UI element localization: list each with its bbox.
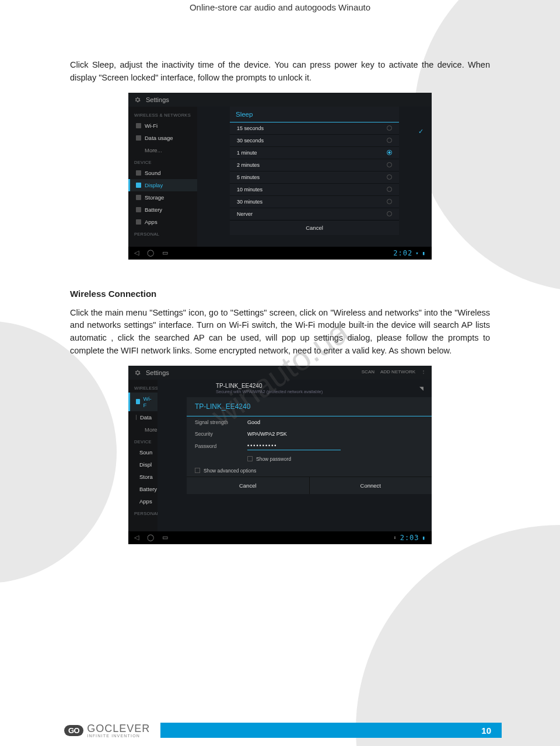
settings-title: Settings: [146, 96, 169, 103]
wifi-network-row[interactable]: TP-LINK_EE4240 Secured with WPA/WPA2 (pr…: [158, 380, 432, 397]
page-footer: GO GOCLEVER INFINITE INVENTION 10: [0, 723, 560, 738]
storage-icon: [136, 195, 141, 200]
status-bar: ⬇ 2:03 ▮: [393, 534, 426, 542]
heading-wireless-connection: Wireless Connection: [70, 289, 490, 299]
sidebar-item-wifi[interactable]: Wi-F: [128, 393, 158, 411]
home-button[interactable]: ◯: [147, 534, 154, 541]
page-number: 10: [481, 726, 491, 736]
sleep-dialog: Sleep 15 seconds30 seconds1 minute2 minu…: [230, 107, 399, 235]
brand-tagline: INFINITE INVENTION: [87, 734, 150, 738]
sleep-option[interactable]: 30 minutes: [230, 196, 399, 208]
status-bar: 2:02 ▾ ▮: [393, 249, 426, 257]
clock: 2:03: [400, 534, 419, 542]
signal-strength-value: Good: [247, 419, 260, 425]
password-label: Password: [195, 443, 247, 449]
show-password-checkbox[interactable]: [247, 456, 253, 461]
sidebar-item-apps[interactable]: Apps: [128, 216, 197, 228]
radio-icon: [387, 138, 392, 143]
radio-icon: [387, 174, 392, 180]
screenshot-sleep-dialog: Settings WIRELESS & NETWORKS Wi-Fi Data …: [128, 93, 432, 260]
sidebar-item-battery[interactable]: Battery: [128, 204, 197, 216]
wifi-connect-dialog: TP-LINK_EE4240 Signal strengthGood Secur…: [187, 397, 432, 494]
sleep-option-label: 30 minutes: [237, 199, 262, 205]
sidebar-section-device: DEVICE: [128, 156, 197, 167]
recent-button[interactable]: ▭: [162, 534, 168, 541]
data-usage-icon: [136, 135, 141, 141]
sleep-option-label: Nerver: [237, 211, 253, 217]
sleep-option[interactable]: 10 minutes: [230, 184, 399, 196]
wifi-status-icon: ▾: [415, 250, 419, 256]
back-button[interactable]: ◁: [134, 249, 139, 257]
display-icon: [136, 183, 141, 188]
clock: 2:02: [393, 249, 412, 257]
settings-titlebar: Settings SCAN ADD NETWORK ⋮: [128, 366, 432, 380]
sound-icon: [136, 170, 141, 176]
password-input[interactable]: ••••••••••: [247, 443, 341, 450]
settings-sidebar: WIRELESS & NETWORKS Wi-Fi Data usage Mor…: [128, 107, 197, 247]
cancel-button[interactable]: Cancel: [187, 477, 310, 494]
settings-sidebar: WIRELESS & NETWORKS Wi-F Data More DEVIC…: [128, 380, 158, 531]
show-password-label: Show password: [256, 456, 291, 462]
sleep-option[interactable]: 15 seconds: [230, 122, 399, 135]
sleep-option-label: 15 seconds: [237, 125, 264, 131]
cancel-button[interactable]: Cancel: [230, 220, 399, 235]
sleep-option[interactable]: 1 minute: [230, 147, 399, 159]
sidebar-item-sound[interactable]: Sound: [128, 167, 197, 179]
battery-icon: [136, 207, 141, 212]
apps-icon: [136, 219, 141, 225]
sleep-option[interactable]: 2 minutes: [230, 159, 399, 171]
settings-icon: [134, 369, 141, 376]
sidebar-section-wireless: WIRELESS & NETWORKS: [128, 382, 158, 393]
sidebar-item-display[interactable]: Display: [128, 179, 197, 191]
screenshot-wifi-dialog: Settings SCAN ADD NETWORK ⋮ WIRELESS & N…: [128, 366, 432, 544]
settings-titlebar: Settings: [128, 93, 432, 107]
wifi-security-text: Secured with WPA/WPA2 (protected network…: [216, 389, 323, 394]
sleep-option-label: 10 minutes: [237, 187, 262, 192]
connect-button[interactable]: Connect: [310, 477, 432, 494]
sleep-option-label: 30 seconds: [237, 138, 264, 143]
sidebar-item-sound[interactable]: Soun: [128, 446, 158, 458]
back-button[interactable]: ◁: [134, 534, 139, 541]
footer-bar: 10: [160, 723, 502, 738]
add-network-button[interactable]: ADD NETWORK: [380, 369, 415, 374]
sidebar-section-device: DEVICE: [128, 436, 158, 446]
sidebar-item-battery[interactable]: Battery: [128, 483, 158, 495]
go-badge: GO: [64, 725, 83, 736]
wifi-ssid: TP-LINK_EE4240: [216, 383, 323, 389]
sidebar-item-display[interactable]: Displ: [128, 458, 158, 471]
settings-title: Settings: [146, 369, 169, 376]
scan-button[interactable]: SCAN: [362, 369, 374, 374]
sleep-option-label: 1 minute: [237, 150, 257, 156]
advanced-options-checkbox[interactable]: [195, 468, 200, 473]
sleep-option[interactable]: Nerver: [230, 208, 399, 220]
sidebar-item-storage[interactable]: Storage: [128, 191, 197, 204]
wifi-signal-icon: ◥: [419, 386, 424, 391]
brand-name: GOCLEVER: [87, 723, 150, 735]
sidebar-item-data-usage[interactable]: Data: [128, 411, 158, 423]
menu-icon[interactable]: ⋮: [421, 369, 426, 374]
wifi-icon: [136, 399, 140, 404]
settings-icon: [134, 96, 141, 103]
wifi-dialog-title: TP-LINK_EE4240: [187, 397, 432, 416]
radio-icon: [387, 211, 392, 216]
sleep-option[interactable]: 5 minutes: [230, 171, 399, 184]
sleep-option-label: 2 minutes: [237, 162, 260, 168]
system-navbar: ◁ ◯ ▭ ⬇ 2:03 ▮: [128, 531, 432, 544]
sidebar-item-more[interactable]: More...: [128, 144, 197, 156]
data-usage-icon: [136, 415, 136, 420]
sidebar-item-storage[interactable]: Stora: [128, 471, 158, 483]
sidebar-item-data-usage[interactable]: Data usage: [128, 132, 197, 144]
sidebar-section-wireless: WIRELESS & NETWORKS: [128, 109, 197, 120]
sidebar-item-apps[interactable]: Apps: [128, 495, 158, 507]
home-button[interactable]: ◯: [147, 249, 154, 257]
battery-status-icon: ▮: [422, 535, 426, 541]
sleep-option[interactable]: 30 seconds: [230, 135, 399, 147]
brand-logo: GO GOCLEVER INFINITE INVENTION: [64, 723, 150, 738]
signal-strength-label: Signal strength: [195, 419, 247, 425]
paragraph-wireless: Click the main menu "Settings" icon, go …: [70, 307, 490, 358]
sidebar-item-wifi[interactable]: Wi-Fi: [128, 120, 197, 132]
sidebar-item-more[interactable]: More: [128, 423, 158, 436]
sleep-dialog-title: Sleep: [230, 107, 399, 122]
radio-icon: [387, 199, 392, 204]
recent-button[interactable]: ▭: [162, 249, 168, 257]
